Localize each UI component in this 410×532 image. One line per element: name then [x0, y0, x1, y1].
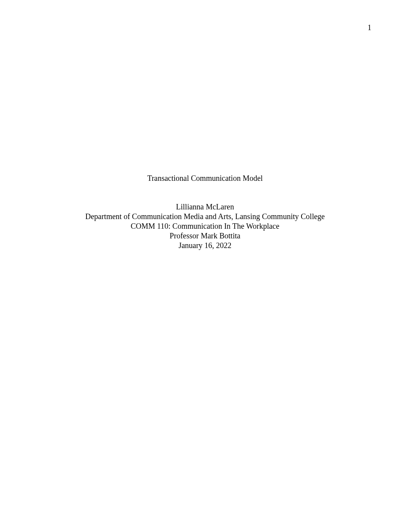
page-number: 1: [368, 23, 371, 32]
title-page-content: Transactional Communication Model Lillia…: [0, 174, 410, 250]
date-line: January 16, 2022: [0, 241, 410, 250]
author-name: Lillianna McLaren: [0, 202, 410, 212]
document-title: Transactional Communication Model: [0, 174, 410, 183]
course-line: COMM 110: Communication In The Workplace: [0, 221, 410, 231]
professor-line: Professor Mark Bottita: [0, 231, 410, 241]
department-line: Department of Communication Media and Ar…: [0, 212, 410, 221]
